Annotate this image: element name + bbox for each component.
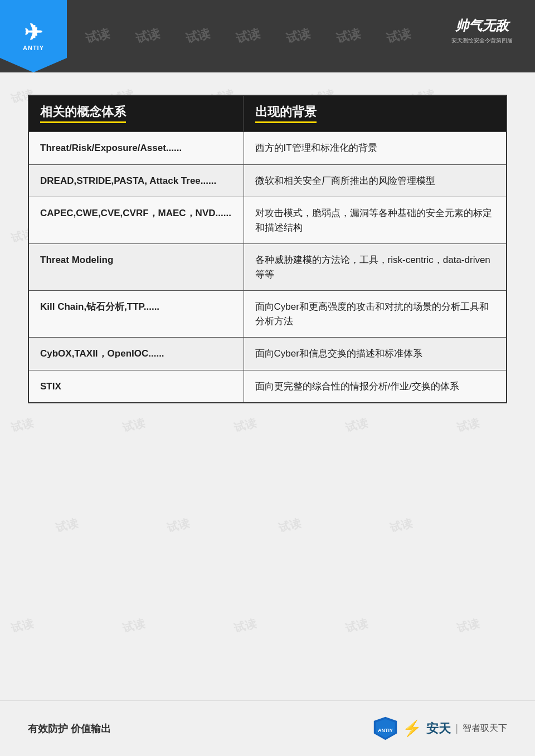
header-right-logo: 帅气无敌 安天测绘安全令营第四届 bbox=[440, 8, 524, 53]
header-wm-1: 试读 bbox=[84, 25, 111, 47]
table-cell-left-5: CybOX,TAXII，OpenIOC...... bbox=[28, 338, 244, 370]
footer-divider: | bbox=[455, 723, 458, 734]
header-wm-2: 试读 bbox=[134, 25, 162, 47]
table-row: CAPEC,CWE,CVE,CVRF，MAEC，NVD......对攻击模式，脆… bbox=[28, 197, 507, 244]
table-cell-left-4: Kill Chain,钻石分析,TTP...... bbox=[28, 291, 244, 338]
table-cell-right-3: 各种威胁建模的方法论，工具，risk-centric，data-driven等等 bbox=[244, 244, 507, 291]
table-row: DREAD,STRIDE,PASTA, Attack Tree......微软和… bbox=[28, 164, 507, 197]
header-watermarks: 试读 试读 试读 试读 试读 试读 试读 bbox=[72, 0, 424, 72]
col2-header-text: 出现的背景 bbox=[255, 104, 317, 123]
table-row: CybOX,TAXII，OpenIOC......面向Cyber和信息交换的描述… bbox=[28, 338, 507, 370]
main-content: 相关的概念体系 出现的背景 Threat/Risk/Exposure/Asset… bbox=[28, 95, 507, 684]
logo-text: ANTIY bbox=[23, 45, 44, 51]
table-cell-right-4: 面向Cyber和更高强度的攻击和对抗的场景的分析工具和分析方法 bbox=[244, 291, 507, 338]
table-cell-left-0: Threat/Risk/Exposure/Asset...... bbox=[28, 131, 244, 164]
table-cell-right-5: 面向Cyber和信息交换的描述和标准体系 bbox=[244, 338, 507, 370]
svg-text:ANTIY: ANTIY bbox=[378, 728, 393, 733]
table-cell-right-6: 面向更完整的综合性的情报分析/作业/交换的体系 bbox=[244, 370, 507, 403]
table-cell-left-3: Threat Modeling bbox=[28, 244, 244, 291]
brand-sub-text: 安天测绘安全令营第四届 bbox=[451, 37, 513, 45]
header: ✈ ANTIY 试读 试读 试读 试读 试读 试读 试读 帅气无敌 安天测绘安全… bbox=[0, 0, 535, 72]
table-row: Threat/Risk/Exposure/Asset......西方的IT管理和… bbox=[28, 131, 507, 164]
header-wm-4: 试读 bbox=[234, 25, 262, 47]
header-wm-3: 试读 bbox=[184, 25, 212, 47]
col1-header: 相关的概念体系 bbox=[28, 95, 244, 131]
col1-header-text: 相关的概念体系 bbox=[40, 104, 126, 123]
footer-logo-icon: ANTIY bbox=[373, 716, 398, 741]
data-table: 相关的概念体系 出现的背景 Threat/Risk/Exposure/Asset… bbox=[28, 95, 507, 403]
logo-icon: ✈ bbox=[24, 21, 43, 43]
logo-box: ✈ ANTIY bbox=[0, 0, 67, 72]
table-cell-right-2: 对攻击模式，脆弱点，漏洞等各种基础的安全元素的标定和描述结构 bbox=[244, 197, 507, 244]
table-cell-left-2: CAPEC,CWE,CVE,CVRF，MAEC，NVD...... bbox=[28, 197, 244, 244]
footer-brand-slogan: 智者驭天下 bbox=[463, 723, 507, 734]
header-wm-7: 试读 bbox=[385, 25, 412, 47]
header-wm-5: 试读 bbox=[284, 25, 312, 47]
table-row: Kill Chain,钻石分析,TTP......面向Cyber和更高强度的攻击… bbox=[28, 291, 507, 338]
table-cell-left-6: STIX bbox=[28, 370, 244, 403]
table-row: Threat Modeling各种威胁建模的方法论，工具，risk-centri… bbox=[28, 244, 507, 291]
footer-right-logo: ANTIY ⚡ 安天 | 智者驭天下 bbox=[373, 716, 507, 741]
footer-left-text: 有效防护 价值输出 bbox=[28, 722, 111, 735]
table-header-row: 相关的概念体系 出现的背景 bbox=[28, 95, 507, 131]
header-wm-6: 试读 bbox=[334, 25, 362, 47]
table-row: STIX面向更完整的综合性的情报分析/作业/交换的体系 bbox=[28, 370, 507, 403]
lightning-icon: ⚡ bbox=[402, 719, 422, 738]
brand-logo-text: 帅气无敌 bbox=[455, 17, 509, 35]
footer-brand-name: 安天 bbox=[426, 720, 451, 737]
table-cell-right-0: 西方的IT管理和标准化的背景 bbox=[244, 131, 507, 164]
table-cell-right-1: 微软和相关安全厂商所推出的风险管理模型 bbox=[244, 164, 507, 197]
table-cell-left-1: DREAD,STRIDE,PASTA, Attack Tree...... bbox=[28, 164, 244, 197]
col2-header: 出现的背景 bbox=[244, 95, 507, 131]
footer: 有效防护 价值输出 ANTIY ⚡ 安天 | 智者驭天下 bbox=[0, 700, 535, 756]
